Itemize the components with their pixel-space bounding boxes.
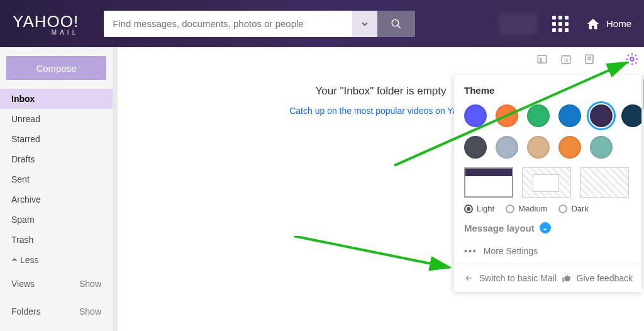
folder-starred[interactable]: Starred [0,129,113,149]
theme-swatch[interactable] [496,104,518,127]
home-link[interactable]: Home [586,17,631,31]
thumbs-up-icon [562,273,572,283]
annotation-arrow-2 [294,236,457,274]
theme-swatch[interactable] [464,136,487,159]
home-label: Home [606,18,631,29]
collapse-less[interactable]: Less [0,250,113,270]
theme-swatch[interactable] [464,104,487,127]
theme-swatch[interactable] [558,104,581,127]
theme-swatch-row-1 [464,104,633,127]
more-settings-label: More Settings [484,246,538,256]
apps-grid-icon[interactable] [552,16,569,32]
folder-inbox[interactable]: Inbox [0,89,113,109]
svg-text:16: 16 [564,58,569,62]
svg-line-11 [294,236,450,267]
folder-spam[interactable]: Spam [0,210,113,230]
sidebar: Compose InboxUnreadStarredDraftsSentArch… [0,47,113,331]
theme-swatch[interactable] [527,104,550,127]
logo[interactable]: YAHOO! MAIL [13,12,79,36]
notepad-icon[interactable] [584,53,595,67]
svg-rect-2 [538,55,547,63]
search-input[interactable] [104,11,352,37]
settings-gear-icon[interactable] [625,52,639,69]
arrow-left-icon [464,274,474,283]
panel-scrollbar[interactable] [641,75,644,289]
theme-swatch[interactable] [527,136,550,159]
svg-point-0 [392,20,399,26]
calendar-icon[interactable]: 16 [560,53,572,67]
account-chip[interactable] [499,13,537,35]
theme-swatch[interactable] [590,136,613,159]
folder-drafts[interactable]: Drafts [0,149,113,169]
mode-medium[interactable]: Medium [506,204,547,213]
empty-state-link[interactable]: Catch up on the most popular videos on Y… [289,106,472,116]
svg-point-9 [630,57,634,61]
density-row [464,167,633,198]
folder-archive[interactable]: Archive [0,189,113,210]
search-filter-dropdown[interactable] [352,11,377,37]
theme-swatch-row-2 [464,136,633,159]
more-settings-link[interactable]: ••• More Settings [454,238,643,264]
message-layout-label: Message layout [464,223,535,233]
mode-light[interactable]: Light [464,204,494,213]
give-feedback-link[interactable]: Give feedback [562,273,633,283]
theme-swatch[interactable] [558,136,581,159]
folder-sent[interactable]: Sent [0,169,113,189]
settings-panel: Theme LightMediumDark Message layout ⌄ [454,75,643,292]
section-views[interactable]: ViewsShow [0,270,113,298]
switch-basic-link[interactable]: Switch to basic Mail [464,273,557,283]
section-folders[interactable]: FoldersShow [0,298,113,325]
folder-list: InboxUnreadStarredDraftsSentArchiveSpamT… [0,89,113,250]
theme-swatch[interactable] [496,136,518,159]
svg-point-3 [540,58,541,60]
mode-row: LightMediumDark [464,204,633,213]
ellipsis-icon: ••• [464,246,477,256]
compose-button[interactable]: Compose [6,56,106,80]
home-icon [586,17,600,31]
main-content: 16 Your "Inbox" folder is empty Catch up… [118,47,644,331]
switch-basic-label: Switch to basic Mail [479,273,557,283]
mode-dark[interactable]: Dark [558,204,588,213]
folder-unread[interactable]: Unread [0,109,113,129]
logo-subtext: MAIL [52,29,79,36]
search-icon [391,18,402,30]
expand-down-icon: ⌄ [540,222,551,233]
give-feedback-label: Give feedback [577,273,633,283]
chevron-down-icon [361,20,369,28]
theme-swatch[interactable] [590,104,613,127]
folder-trash[interactable]: Trash [0,230,113,250]
density-option-1[interactable] [464,167,513,198]
less-label: Less [20,255,39,265]
search-bar [104,11,415,37]
body: Compose InboxUnreadStarredDraftsSentArch… [0,47,644,331]
contacts-icon[interactable] [536,53,548,67]
sidebar-scrollbar[interactable] [113,47,118,331]
app-header: YAHOO! MAIL Home [0,0,644,47]
right-toolbar: 16 [536,52,639,69]
theme-heading: Theme [464,85,633,96]
chevron-up-icon [11,257,18,263]
density-option-3[interactable] [580,167,629,198]
message-layout-header[interactable]: Message layout ⌄ [464,222,633,233]
panel-bottom-row: Switch to basic Mail Give feedback [454,264,643,292]
density-option-2[interactable] [522,167,571,198]
theme-swatch[interactable] [621,104,643,127]
svg-line-1 [397,25,401,28]
search-button[interactable] [377,11,415,37]
